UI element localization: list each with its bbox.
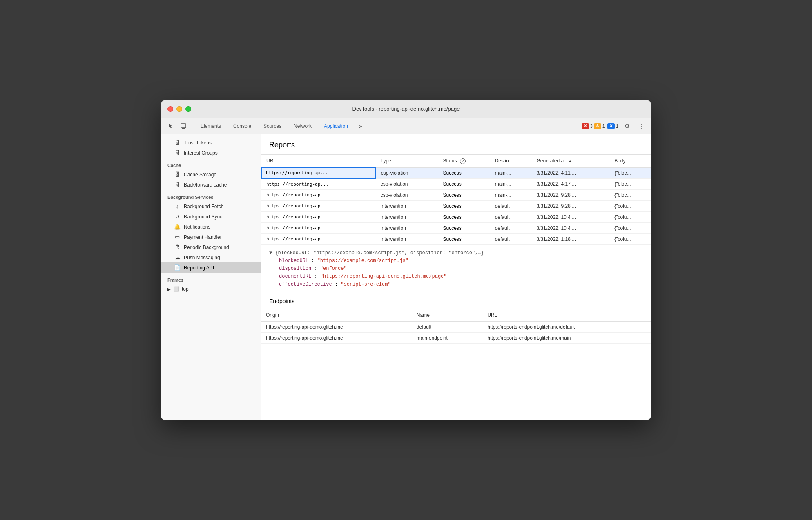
titlebar: DevTools - reporting-api-demo.glitch.me/…: [161, 100, 651, 118]
endpoint-url: https://reports-endpoint.glitch.me/defau…: [482, 321, 651, 332]
toolbar-right: ✕ 3 ⚠ 1 ✕ 1 ⚙ ⋮: [582, 120, 648, 132]
background-fetch-icon: ↕: [174, 203, 181, 209]
table-cell-status: Success: [438, 178, 490, 189]
col-header-url[interactable]: URL: [261, 155, 376, 167]
inspect-icon-button[interactable]: [177, 120, 190, 132]
endpoint-name: default: [412, 321, 482, 332]
sidebar-item-reporting-api[interactable]: 📄 Reporting API: [161, 262, 261, 273]
json-line-1: ▼ {blockedURL: "https://example.com/scri…: [269, 249, 643, 257]
content-area: Reports URL Type Status ? Destin... Gene…: [261, 134, 651, 420]
json-line-3: disposition : "enforce": [269, 265, 643, 273]
frames-section-label: Frames: [161, 273, 261, 284]
sidebar-item-top[interactable]: ▶ ⬜ top: [161, 284, 261, 294]
svg-rect-1: [182, 128, 185, 129]
sidebar-item-cache-storage[interactable]: 🗄 Cache Storage: [161, 169, 261, 180]
error-badge[interactable]: ✕ 3 ⚠ 1: [582, 123, 605, 129]
table-row[interactable]: https://reporting-api-demo.glitch.me def…: [261, 321, 651, 332]
sidebar-item-trust-tokens[interactable]: 🗄 Trust Tokens: [161, 138, 261, 148]
table-cell-status: Success: [438, 233, 490, 244]
table-row[interactable]: https://reporting-api-demo.glitch.me mai…: [261, 332, 651, 343]
minimize-button[interactable]: [176, 106, 182, 112]
table-cell-url[interactable]: https://reporting-ap...: [261, 200, 376, 211]
table-cell-url[interactable]: https://reporting-ap...: [261, 222, 376, 233]
settings-icon-button[interactable]: ⚙: [621, 120, 633, 132]
cursor-icon-button[interactable]: [164, 120, 176, 132]
more-tabs-button[interactable]: »: [355, 120, 367, 132]
tab-sources[interactable]: Sources: [258, 121, 287, 131]
main-content: 🗄 Trust Tokens 🗄 Interest Groups Cache 🗄…: [161, 134, 651, 420]
endpoints-section: Endpoints Origin Name URL https://report…: [261, 293, 651, 344]
devtools-window: DevTools - reporting-api-demo.glitch.me/…: [161, 100, 651, 420]
table-cell-url[interactable]: https://reporting-ap...: [261, 167, 376, 178]
table-row[interactable]: https://reporting-ap... intervention Suc…: [261, 233, 651, 244]
tab-elements[interactable]: Elements: [195, 121, 227, 131]
table-cell-generated: 3/31/2022, 4:17:...: [531, 178, 609, 189]
info-badge[interactable]: ✕ 1: [607, 123, 618, 129]
table-row[interactable]: https://reporting-ap... csp-violation Su…: [261, 178, 651, 189]
tab-application[interactable]: Application: [318, 121, 354, 131]
table-cell-type: csp-violation: [376, 189, 438, 200]
info-icon: ✕: [607, 123, 615, 129]
col-header-type[interactable]: Type: [376, 155, 438, 167]
sidebar-item-background-fetch[interactable]: ↕ Background Fetch: [161, 201, 261, 211]
traffic-lights: [167, 106, 191, 112]
endpoints-table-header-row: Origin Name URL: [261, 309, 651, 322]
sidebar-item-background-sync[interactable]: ↺ Background Sync: [161, 211, 261, 222]
table-cell-status: Success: [438, 200, 490, 211]
table-cell-status: Success: [438, 167, 490, 178]
sidebar-item-notifications[interactable]: 🔔 Notifications: [161, 222, 261, 232]
status-help-icon[interactable]: ?: [460, 158, 466, 164]
sidebar-item-back-forward[interactable]: 🗄 Back/forward cache: [161, 180, 261, 190]
cache-storage-icon: 🗄: [174, 171, 181, 178]
trust-tokens-icon: 🗄: [174, 140, 181, 146]
table-cell-destination: default: [490, 211, 532, 222]
table-cell-generated: 3/31/2022, 4:11:...: [531, 167, 609, 178]
tab-network[interactable]: Network: [288, 121, 317, 131]
table-cell-url[interactable]: https://reporting-ap...: [261, 178, 376, 189]
close-button[interactable]: [167, 106, 173, 112]
col-header-destination[interactable]: Destin...: [490, 155, 532, 167]
json-line-5: effectiveDirective : "script-src-elem": [269, 281, 643, 289]
table-row[interactable]: https://reporting-ap... csp-violation Su…: [261, 167, 651, 178]
table-cell-status: Success: [438, 189, 490, 200]
table-cell-url[interactable]: https://reporting-ap...: [261, 189, 376, 200]
col-header-name[interactable]: Name: [412, 309, 482, 322]
table-cell-destination: default: [490, 222, 532, 233]
sidebar-item-periodic-background[interactable]: ⏱ Periodic Background: [161, 242, 261, 252]
table-row[interactable]: https://reporting-ap... intervention Suc…: [261, 222, 651, 233]
col-header-body[interactable]: Body: [609, 155, 651, 167]
table-cell-body: {"bloc...: [609, 178, 651, 189]
table-cell-destination: main-...: [490, 178, 532, 189]
sidebar-item-push-messaging[interactable]: ☁ Push Messaging: [161, 252, 261, 262]
table-cell-type: intervention: [376, 211, 438, 222]
warning-icon: ⚠: [594, 123, 601, 129]
sidebar-item-interest-groups[interactable]: 🗄 Interest Groups: [161, 148, 261, 158]
info-count: 1: [616, 124, 618, 129]
cache-section-label: Cache: [161, 158, 261, 169]
json-line-4: documentURL : "https://reporting-api-dem…: [269, 273, 643, 280]
table-row[interactable]: https://reporting-ap... csp-violation Su…: [261, 189, 651, 200]
sidebar: 🗄 Trust Tokens 🗄 Interest Groups Cache 🗄…: [161, 134, 261, 420]
toolbar-separator-1: [192, 122, 192, 130]
frame-icon: ⬜: [173, 286, 179, 292]
table-cell-body: {"bloc...: [609, 167, 651, 178]
sidebar-item-payment-handler[interactable]: ▭ Payment Handler: [161, 232, 261, 242]
json-line-2: blockedURL : "https://example.com/script…: [269, 257, 643, 265]
table-row[interactable]: https://reporting-ap... intervention Suc…: [261, 200, 651, 211]
table-cell-generated: 3/31/2022, 10:4:...: [531, 211, 609, 222]
table-row[interactable]: https://reporting-ap... intervention Suc…: [261, 211, 651, 222]
table-cell-url[interactable]: https://reporting-ap...: [261, 211, 376, 222]
col-header-generated-at[interactable]: Generated at ▲: [531, 155, 609, 167]
col-header-origin[interactable]: Origin: [261, 309, 412, 322]
endpoints-section-header: Endpoints: [261, 293, 651, 309]
table-cell-url[interactable]: https://reporting-ap...: [261, 233, 376, 244]
more-options-button[interactable]: ⋮: [636, 120, 648, 132]
table-cell-body: {"colu...: [609, 211, 651, 222]
col-header-endpoint-url[interactable]: URL: [482, 309, 651, 322]
maximize-button[interactable]: [185, 106, 191, 112]
background-sync-icon: ↺: [174, 213, 181, 220]
table-cell-destination: main-...: [490, 189, 532, 200]
tab-console[interactable]: Console: [228, 121, 257, 131]
table-cell-destination: main-...: [490, 167, 532, 178]
col-header-status[interactable]: Status ?: [438, 155, 490, 167]
